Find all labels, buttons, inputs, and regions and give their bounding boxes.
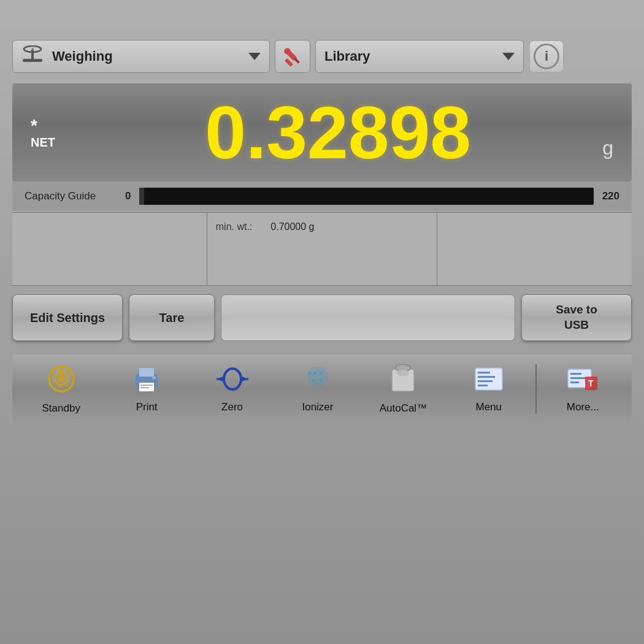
svg-point-3: [31, 48, 34, 50]
svg-marker-22: [242, 377, 248, 381]
nav-item-autocal[interactable]: AutoCal™: [361, 363, 446, 415]
svg-text:- +: - +: [308, 377, 315, 384]
ionizer-label: Ionizer: [302, 401, 333, 413]
info-icon: i: [534, 44, 559, 69]
capacity-guide: Capacity Guide 0 220: [12, 182, 632, 211]
standby-label: Standby: [42, 402, 80, 415]
info-button[interactable]: i: [529, 40, 564, 73]
asterisk-indicator: *: [31, 116, 37, 136]
svg-rect-35: [478, 385, 488, 386]
weight-unit: g: [602, 137, 613, 159]
more-icon: T: [567, 364, 599, 396]
tare-button[interactable]: Tare: [129, 294, 215, 341]
svg-rect-31: [475, 368, 502, 390]
edit-settings-button[interactable]: Edit Settings: [12, 294, 123, 341]
library-dropdown[interactable]: Library: [315, 40, 524, 73]
print-label: Print: [136, 401, 158, 413]
svg-point-30: [397, 370, 409, 376]
capacity-bar: [139, 188, 593, 205]
svg-text:+: +: [320, 377, 323, 384]
nav-item-ionizer[interactable]: + + - + + + Ionizer: [275, 364, 360, 413]
svg-rect-0: [23, 59, 42, 62]
svg-rect-16: [140, 387, 149, 388]
capacity-min: 0: [125, 190, 131, 202]
svg-rect-7: [285, 58, 293, 67]
ionizer-icon: + + - + + +: [302, 364, 334, 396]
min-wt-value: 0.70000 g: [270, 221, 314, 232]
nav-item-print[interactable]: Print: [104, 364, 189, 413]
data-cell-middle: min. wt.: 0.70000 g: [207, 213, 438, 285]
main-screen: Weighing Library i *: [0, 0, 644, 644]
svg-rect-38: [570, 377, 586, 379]
zero-label: Zero: [221, 401, 243, 413]
svg-rect-37: [570, 373, 581, 375]
net-label: NET: [31, 136, 55, 150]
svg-rect-32: [478, 372, 490, 374]
nav-item-menu[interactable]: Menu: [446, 364, 531, 413]
zero-icon: [214, 364, 251, 396]
nav-item-more[interactable]: T More...: [540, 364, 626, 413]
data-cell-left: [12, 213, 207, 285]
weighing-label: Weighing: [52, 48, 243, 64]
autocal-label: AutoCal™: [380, 402, 427, 415]
header: Weighing Library i: [12, 37, 632, 76]
svg-rect-15: [140, 385, 153, 386]
data-cell-right: [437, 213, 632, 285]
save-to-usb-button[interactable]: Save to USB: [521, 294, 632, 341]
print-icon: [131, 364, 163, 396]
capacity-max: 220: [602, 190, 619, 202]
svg-rect-13: [139, 368, 154, 377]
wrench-button[interactable]: [275, 40, 310, 73]
bottom-nav: Standby Print: [12, 355, 632, 423]
weight-labels: * NET: [31, 116, 67, 150]
svg-rect-5: [294, 58, 300, 64]
standby-icon: [45, 363, 77, 397]
svg-text:+ +: + +: [308, 370, 317, 377]
svg-point-18: [224, 369, 241, 389]
menu-icon: [473, 364, 505, 396]
weight-value: 0.32898: [80, 96, 596, 169]
scale-icon: [21, 45, 44, 67]
svg-text:T: T: [588, 378, 594, 388]
svg-rect-39: [570, 381, 579, 383]
weight-display: * NET 0.32898 g: [12, 83, 632, 182]
svg-marker-21: [217, 377, 223, 381]
min-wt-row: min. wt.: 0.70000 g: [216, 221, 315, 232]
action-buttons: Edit Settings Tare Save to USB: [12, 293, 632, 342]
weighing-dropdown[interactable]: Weighing: [12, 40, 270, 73]
min-wt-label: min. wt.:: [216, 221, 253, 232]
svg-rect-33: [478, 376, 495, 378]
svg-point-11: [58, 376, 64, 382]
nav-item-standby[interactable]: Standby: [18, 363, 104, 415]
menu-label: Menu: [476, 401, 502, 413]
capacity-label: Capacity Guide: [25, 190, 117, 202]
svg-text:+: +: [320, 370, 323, 377]
library-label: Library: [324, 48, 497, 64]
svg-point-17: [152, 376, 156, 380]
data-table: min. wt.: 0.70000 g: [12, 212, 632, 286]
nav-divider: [535, 364, 537, 413]
autocal-icon: [389, 363, 416, 397]
svg-rect-34: [478, 380, 493, 382]
nav-item-zero[interactable]: Zero: [190, 364, 275, 413]
svg-rect-1: [31, 49, 34, 59]
more-label: More...: [567, 401, 599, 413]
library-chevron-icon: [502, 53, 515, 60]
capacity-bar-fill: [139, 188, 144, 205]
weighing-chevron-icon: [248, 53, 261, 60]
action-spacer: [221, 294, 515, 341]
